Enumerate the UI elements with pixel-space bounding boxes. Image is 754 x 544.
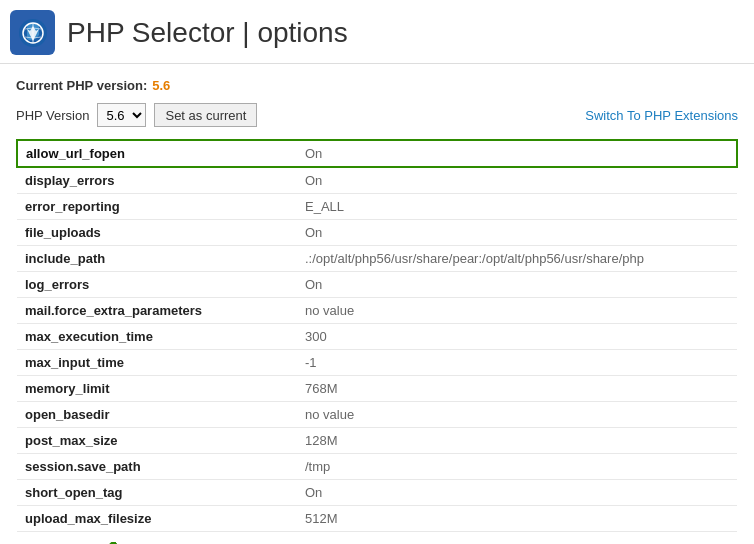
option-name: allow_url_fopen [17, 140, 297, 167]
option-value: 512M [297, 506, 737, 532]
option-value: no value [297, 298, 737, 324]
option-value: On [297, 167, 737, 194]
option-name: display_errors [17, 167, 297, 194]
table-row: post_max_size128M [17, 428, 737, 454]
set-current-button[interactable]: Set as current [154, 103, 257, 127]
option-value: 300 [297, 324, 737, 350]
current-version-row: Current PHP version: 5.6 [16, 78, 738, 93]
option-name: short_open_tag [17, 480, 297, 506]
option-value: On [297, 480, 737, 506]
table-row: display_errorsOn [17, 167, 737, 194]
option-value: On [297, 140, 737, 167]
table-row: max_input_time-1 [17, 350, 737, 376]
option-value: -1 [297, 350, 737, 376]
option-name: log_errors [17, 272, 297, 298]
table-row: allow_url_fopenOn [17, 140, 737, 167]
table-row: upload_max_filesize512M [17, 506, 737, 532]
table-row: session.save_path/tmp [17, 454, 737, 480]
option-value: On [297, 272, 737, 298]
option-name: memory_limit [17, 376, 297, 402]
option-name: error_reporting [17, 194, 297, 220]
php-version-select[interactable]: 5.67.07.17.27.37.48.0 [97, 103, 146, 127]
switch-to-php-extensions-link[interactable]: Switch To PHP Extensions [585, 108, 738, 123]
table-row: mail.force_extra_parametersno value [17, 298, 737, 324]
option-name: include_path [17, 246, 297, 272]
option-value: no value [297, 402, 737, 428]
logo [10, 10, 55, 55]
option-name: post_max_size [17, 428, 297, 454]
option-value: 768M [297, 376, 737, 402]
table-row: file_uploadsOn [17, 220, 737, 246]
option-value: On [297, 220, 737, 246]
option-name: session.save_path [17, 454, 297, 480]
option-name: upload_max_filesize [17, 506, 297, 532]
option-name: mail.force_extra_parameters [17, 298, 297, 324]
option-value: 128M [297, 428, 737, 454]
current-version-value: 5.6 [152, 78, 170, 93]
page-title: PHP Selector | options [67, 17, 348, 49]
option-name: max_execution_time [17, 324, 297, 350]
current-version-label: Current PHP version: [16, 78, 147, 93]
option-name: file_uploads [17, 220, 297, 246]
option-name: open_basedir [17, 402, 297, 428]
table-row: memory_limit768M [17, 376, 737, 402]
option-value: E_ALL [297, 194, 737, 220]
page-header: PHP Selector | options [0, 0, 754, 64]
option-name: max_input_time [17, 350, 297, 376]
logo-icon [17, 17, 49, 49]
options-table: allow_url_fopenOndisplay_errorsOnerror_r… [16, 139, 738, 532]
php-version-label: PHP Version [16, 108, 89, 123]
table-row: short_open_tagOn [17, 480, 737, 506]
main-content: Current PHP version: 5.6 PHP Version 5.6… [0, 64, 754, 544]
table-row: log_errorsOn [17, 272, 737, 298]
table-row: open_basedirno value [17, 402, 737, 428]
controls-row: PHP Version 5.67.07.17.27.37.48.0 Set as… [16, 103, 738, 127]
table-row: error_reportingE_ALL [17, 194, 737, 220]
table-row: include_path.:/opt/alt/php56/usr/share/p… [17, 246, 737, 272]
table-row: max_execution_time300 [17, 324, 737, 350]
option-value: .:/opt/alt/php56/usr/share/pear:/opt/alt… [297, 246, 737, 272]
option-value: /tmp [297, 454, 737, 480]
controls-left: PHP Version 5.67.07.17.27.37.48.0 Set as… [16, 103, 257, 127]
